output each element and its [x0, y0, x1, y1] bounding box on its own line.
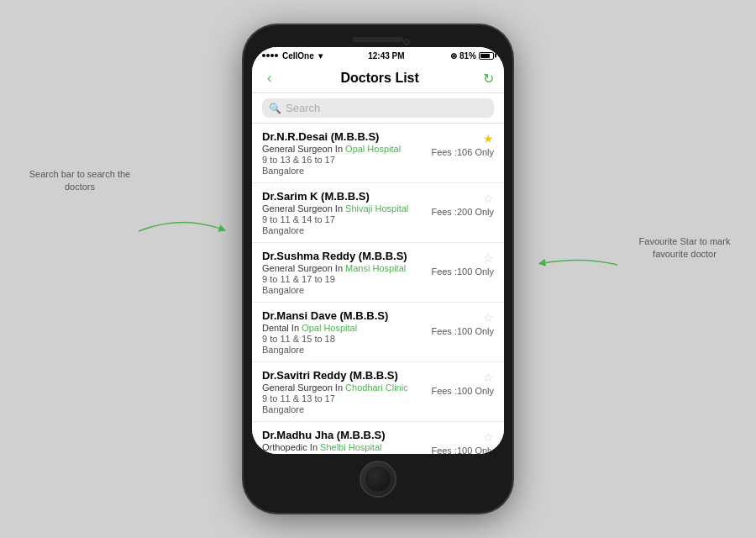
- doctor-specialty: Orthopedic In Shelbi Hospital: [262, 442, 429, 452]
- battery-pct-label: 81%: [459, 51, 476, 61]
- hospital-link[interactable]: Opal Hospital: [302, 323, 357, 333]
- doctor-info: Dr.Mansi Dave (M.B.B.S) Dental In Opal H…: [262, 309, 429, 355]
- doctor-item[interactable]: Dr.Sarim K (M.B.B.S) General Surgeon In …: [252, 183, 504, 243]
- star-icon[interactable]: ☆: [483, 311, 494, 324]
- search-bar: 🔍 Search: [252, 93, 504, 124]
- star-icon[interactable]: ☆: [483, 251, 494, 265]
- annotation-left: Search bar to search the doctors: [25, 168, 134, 194]
- search-placeholder: Search: [286, 102, 320, 114]
- home-button-inner: [365, 466, 391, 493]
- hospital-link[interactable]: Shelbi Hospital: [320, 442, 381, 452]
- home-button[interactable]: [360, 461, 396, 498]
- doctor-hours: 9 to 13 & 16 to 17: [262, 155, 429, 165]
- wifi-signal-icon: ⊛: [450, 51, 457, 61]
- star-icon[interactable]: ☆: [483, 430, 494, 444]
- hospital-link[interactable]: Mansi Hospital: [345, 263, 406, 273]
- doctor-meta: ☆ Fees :100 Only: [431, 309, 494, 355]
- doctor-hours: 9 to 11 & 14 to 17: [262, 214, 429, 224]
- doctor-meta: ☆ Fees :200 Only: [431, 190, 494, 235]
- star-icon[interactable]: ☆: [483, 192, 494, 205]
- search-input-wrap[interactable]: 🔍 Search: [262, 98, 494, 118]
- doctor-name: Dr.Sushma Reddy (M.B.B.S): [262, 250, 429, 262]
- doctor-name: Dr.N.R.Desai (M.B.B.S): [262, 130, 429, 143]
- nav-bar: ‹ Doctors List ↻: [252, 64, 504, 93]
- hospital-link[interactable]: Opal Hospital: [345, 144, 401, 154]
- star-icon[interactable]: ★: [483, 132, 494, 145]
- doctor-specialty: General Surgeon In Shivaji Hospital: [262, 203, 429, 214]
- doctor-specialty: General Surgeon In Mansi Hospital: [262, 263, 429, 273]
- annotation-right: Favourite Star to mark favourite doctor: [630, 235, 739, 261]
- fee-text: Fees :100 Only: [431, 386, 494, 396]
- doctor-info: Dr.N.R.Desai (M.B.B.S) General Surgeon I…: [262, 130, 429, 176]
- doctor-item[interactable]: Dr.Sushma Reddy (M.B.B.S) General Surgeo…: [252, 243, 504, 303]
- doctor-info: Dr.Savitri Reddy (M.B.B.S) General Surge…: [262, 369, 429, 414]
- doctor-meta: ☆ Fees :100 Only: [431, 429, 494, 454]
- doctor-specialty: General Surgeon In Opal Hospital: [262, 144, 429, 154]
- page-title: Doctors List: [340, 71, 418, 86]
- doctor-meta: ★ Fees :106 Only: [431, 130, 494, 176]
- refresh-button[interactable]: ↻: [483, 71, 494, 87]
- fee-text: Fees :100 Only: [431, 266, 494, 277]
- doctor-hours: 9 to 11 & 17 to 19: [262, 274, 429, 284]
- doctor-city: Bangalore: [262, 285, 429, 295]
- fee-text: Fees :100 Only: [431, 446, 494, 454]
- arrow-right-svg: [533, 248, 626, 282]
- doctor-city: Bangalore: [262, 166, 429, 176]
- doctor-name: Dr.Madhu Jha (M.B.B.S): [262, 429, 429, 441]
- doctor-item[interactable]: Dr.Mansi Dave (M.B.B.S) Dental In Opal H…: [252, 303, 504, 362]
- back-button[interactable]: ‹: [262, 69, 276, 87]
- carrier-label: CellOne: [282, 51, 314, 61]
- wifi-icon: ▾: [318, 51, 323, 61]
- camera-dot: [403, 39, 410, 45]
- doctor-info: Dr.Madhu Jha (M.B.B.S) Orthopedic In She…: [262, 429, 429, 454]
- doctor-info: Dr.Sarim K (M.B.B.S) General Surgeon In …: [262, 190, 429, 235]
- screen: CellOne ▾ 12:43 PM ⊛ 81% ‹ Doctors List …: [252, 47, 504, 454]
- star-icon[interactable]: ☆: [483, 371, 494, 384]
- doctor-specialty: Dental In Opal Hospital: [262, 323, 429, 333]
- status-bar: CellOne ▾ 12:43 PM ⊛ 81%: [252, 47, 504, 64]
- doctor-meta: ☆ Fees :100 Only: [431, 250, 494, 295]
- battery-icon: [479, 52, 494, 60]
- doctor-info: Dr.Sushma Reddy (M.B.B.S) General Surgeo…: [262, 250, 429, 295]
- fee-text: Fees :106 Only: [431, 147, 494, 157]
- doctor-hours: 9 to 11 & 13 to 17: [262, 393, 429, 404]
- hospital-link[interactable]: Shivaji Hospital: [345, 203, 408, 214]
- doctor-hours: 9 to 11 & 15 to 18: [262, 334, 429, 344]
- search-icon: 🔍: [269, 103, 281, 114]
- doctor-name: Dr.Savitri Reddy (M.B.B.S): [262, 369, 429, 382]
- hospital-link[interactable]: Chodhari Clinic: [345, 382, 408, 393]
- doctor-city: Bangalore: [262, 404, 429, 414]
- status-right: ⊛ 81%: [450, 51, 494, 61]
- doctor-specialty: General Surgeon In Chodhari Clinic: [262, 382, 429, 393]
- doctor-list: Dr.N.R.Desai (M.B.B.S) General Surgeon I…: [252, 124, 504, 454]
- doctor-name: Dr.Sarim K (M.B.B.S): [262, 190, 429, 203]
- doctor-name: Dr.Mansi Dave (M.B.B.S): [262, 309, 429, 322]
- status-left: CellOne ▾: [262, 51, 323, 61]
- speaker: [353, 37, 403, 42]
- doctor-item[interactable]: Dr.Madhu Jha (M.B.B.S) Orthopedic In She…: [252, 422, 504, 454]
- signal-dots: [262, 54, 278, 57]
- doctor-hours: 9AM to 11 AM & 2PM to 5PM: [262, 453, 429, 454]
- doctor-item[interactable]: Dr.Savitri Reddy (M.B.B.S) General Surge…: [252, 362, 504, 422]
- fee-text: Fees :200 Only: [431, 207, 494, 217]
- doctor-city: Bangalore: [262, 225, 429, 235]
- arrow-left-svg: [130, 206, 231, 256]
- doctor-city: Bangalore: [262, 345, 429, 355]
- doctor-meta: ☆ Fees :100 Only: [431, 369, 494, 414]
- doctor-item[interactable]: Dr.N.R.Desai (M.B.B.S) General Surgeon I…: [252, 124, 504, 183]
- phone-shell: CellOne ▾ 12:43 PM ⊛ 81% ‹ Doctors List …: [244, 25, 512, 513]
- time-label: 12:43 PM: [368, 51, 404, 61]
- fee-text: Fees :100 Only: [431, 326, 494, 336]
